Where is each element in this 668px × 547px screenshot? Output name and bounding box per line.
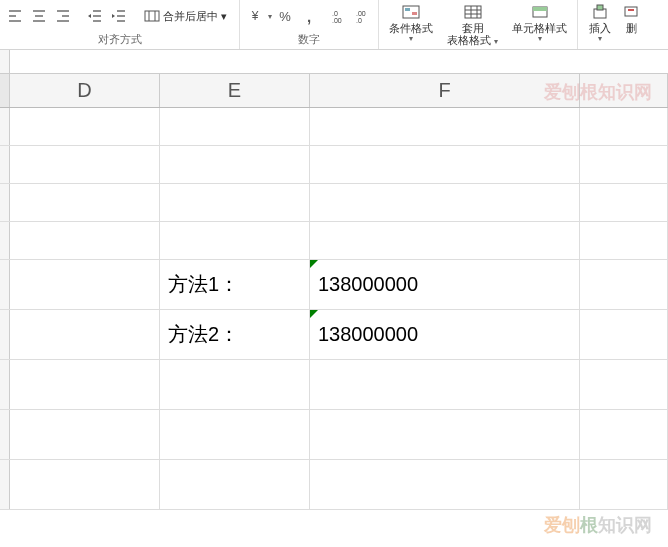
cell[interactable] [580, 410, 668, 459]
cell[interactable] [310, 146, 580, 183]
conditional-format-icon [401, 4, 421, 20]
styles-group: 条件格式 ▾ 套用 表格格式 ▾ 单元格样式 ▾ 样式 [379, 0, 578, 49]
svg-text:.00: .00 [332, 17, 342, 24]
cell[interactable] [310, 108, 580, 145]
cell-method2-value[interactable]: 138000000 [310, 310, 580, 359]
cell[interactable] [10, 460, 160, 509]
align-right-icon[interactable] [52, 5, 74, 27]
delete-button[interactable]: 删 [620, 2, 642, 45]
column-header-D[interactable]: D [10, 74, 160, 107]
comma-icon[interactable]: , [298, 5, 320, 27]
svg-marker-12 [88, 14, 91, 18]
decrease-decimal-icon[interactable]: .00.0 [352, 5, 374, 27]
row-header[interactable] [0, 260, 10, 309]
align-left-icon[interactable] [4, 5, 26, 27]
cell[interactable] [10, 310, 160, 359]
cell[interactable] [580, 360, 668, 409]
cell-method1-value[interactable]: 138000000 [310, 260, 580, 309]
svg-marker-16 [112, 14, 115, 18]
cell-method2-label[interactable]: 方法2： [160, 310, 310, 359]
svg-rect-36 [597, 5, 603, 10]
cell[interactable] [580, 310, 668, 359]
insert-label: 插入 [589, 22, 611, 34]
cell[interactable] [10, 222, 160, 259]
svg-rect-26 [405, 8, 410, 11]
svg-rect-27 [412, 12, 417, 15]
row-header[interactable] [0, 108, 10, 145]
cell[interactable] [580, 222, 668, 259]
cell[interactable] [310, 360, 580, 409]
chevron-down-icon: ▾ [494, 37, 498, 46]
select-all-corner[interactable] [0, 74, 10, 107]
decrease-indent-icon[interactable] [84, 5, 106, 27]
cell[interactable] [310, 222, 580, 259]
formula-input[interactable] [10, 50, 668, 73]
cell[interactable] [10, 260, 160, 309]
row-header[interactable] [0, 146, 10, 183]
row-header[interactable] [0, 460, 10, 509]
row-header[interactable] [0, 410, 10, 459]
cell[interactable] [310, 460, 580, 509]
insert-button[interactable]: 插入 ▾ [582, 2, 618, 45]
table-row: 方法1： 138000000 [0, 260, 668, 310]
conditional-format-label: 条件格式 [389, 22, 433, 34]
table-row [0, 146, 668, 184]
conditional-format-button[interactable]: 条件格式 ▾ [383, 2, 439, 49]
cell-style-icon [530, 4, 550, 20]
cell-style-button[interactable]: 单元格样式 ▾ [506, 2, 573, 49]
cell[interactable] [10, 108, 160, 145]
cell[interactable] [160, 460, 310, 509]
cell[interactable] [160, 360, 310, 409]
row-header[interactable] [0, 310, 10, 359]
cell[interactable] [10, 184, 160, 221]
merge-center-button[interactable]: 合并后居中 ▾ [140, 6, 231, 26]
cell[interactable] [160, 410, 310, 459]
table-format-button[interactable]: 套用 表格格式 ▾ [441, 2, 504, 49]
cell[interactable] [310, 184, 580, 221]
currency-icon[interactable]: ¥ [244, 5, 266, 27]
row-header[interactable] [0, 222, 10, 259]
increase-indent-icon[interactable] [108, 5, 130, 27]
table-row [0, 410, 668, 460]
table-format-label-1: 套用 [462, 22, 484, 34]
table-row [0, 108, 668, 146]
column-header-G[interactable] [580, 74, 668, 107]
chevron-down-icon: ▾ [538, 34, 542, 43]
merge-center-label: 合并后居中 [163, 9, 218, 24]
insert-icon [591, 4, 609, 20]
number-group: ¥ ▾ % , .0.00 .00.0 数字 [240, 0, 379, 49]
chevron-down-icon[interactable]: ▾ [268, 12, 272, 21]
svg-text:.0: .0 [332, 10, 338, 17]
cell[interactable] [160, 184, 310, 221]
cell[interactable] [10, 360, 160, 409]
chevron-down-icon: ▾ [598, 34, 602, 43]
table-format-icon [463, 4, 483, 20]
cell[interactable] [160, 108, 310, 145]
cell[interactable] [580, 108, 668, 145]
svg-text:.0: .0 [356, 17, 362, 24]
cell[interactable] [580, 184, 668, 221]
percent-icon[interactable]: % [274, 5, 296, 27]
cell[interactable] [310, 410, 580, 459]
svg-rect-34 [533, 7, 547, 11]
row-header[interactable] [0, 360, 10, 409]
table-row [0, 360, 668, 410]
cell[interactable] [160, 222, 310, 259]
cell[interactable] [10, 146, 160, 183]
cell[interactable] [580, 146, 668, 183]
column-header-E[interactable]: E [160, 74, 310, 107]
column-header-F[interactable]: F [310, 74, 580, 107]
name-box[interactable] [0, 50, 10, 73]
alignment-group-label: 对齐方式 [4, 30, 235, 49]
cells-group: 插入 ▾ 删 [578, 0, 648, 49]
cell[interactable] [160, 146, 310, 183]
table-row [0, 222, 668, 260]
align-center-icon[interactable] [28, 5, 50, 27]
cell-method1-label[interactable]: 方法1： [160, 260, 310, 309]
increase-decimal-icon[interactable]: .0.00 [328, 5, 350, 27]
cell[interactable] [580, 260, 668, 309]
cell[interactable] [580, 460, 668, 509]
cell[interactable] [10, 410, 160, 459]
row-header[interactable] [0, 184, 10, 221]
delete-icon [622, 4, 640, 20]
